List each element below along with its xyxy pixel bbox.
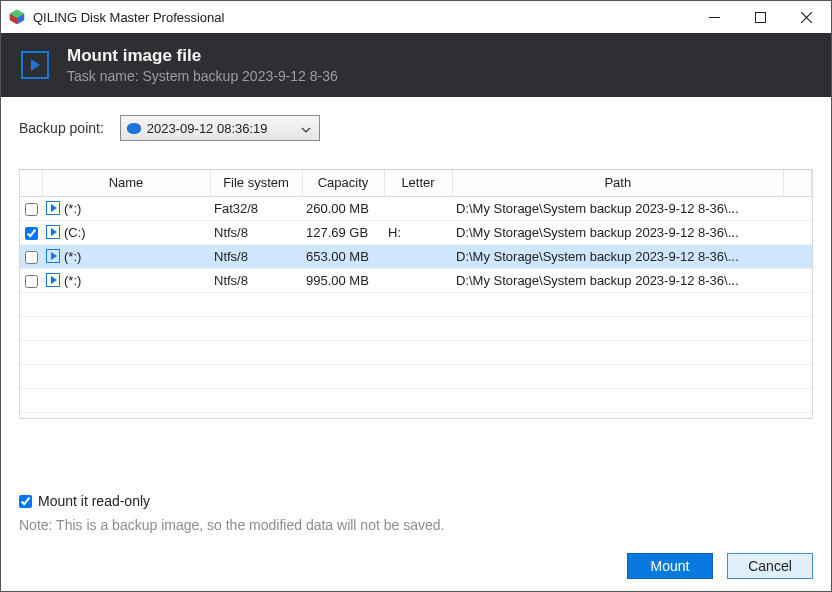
chevron-down-icon [297,121,315,136]
row-name: (*:) [64,249,81,264]
row-capacity: 260.00 MB [302,196,384,220]
row-checkbox[interactable] [25,203,38,216]
col-name[interactable]: Name [42,170,210,196]
volume-play-icon [46,225,60,239]
page-header: Mount image file Task name: System backu… [1,33,831,97]
close-button[interactable] [783,1,829,33]
row-fs: Ntfs/8 [210,268,302,292]
backup-point-dropdown[interactable]: 2023-09-12 08:36:19 [120,115,320,141]
row-letter [384,268,452,292]
app-icon [9,9,25,25]
titlebar: QILING Disk Master Professional [1,1,831,33]
mount-button[interactable]: Mount [627,553,713,579]
col-path[interactable]: Path [452,170,784,196]
table-row[interactable]: (*:)Fat32/8260.00 MBD:\My Storage\System… [20,196,812,220]
col-capacity[interactable]: Capacity [302,170,384,196]
table-row[interactable]: (*:)Ntfs/8995.00 MBD:\My Storage\System … [20,268,812,292]
readonly-checkbox[interactable] [19,495,32,508]
row-fs: Ntfs/8 [210,244,302,268]
svg-rect-5 [755,12,765,22]
page-title: Mount image file [67,46,338,66]
window-controls [691,1,829,33]
maximize-button[interactable] [737,1,783,33]
row-checkbox[interactable] [25,251,38,264]
row-path: D:\My Storage\System backup 2023-9-12 8-… [452,244,784,268]
page-subtitle: Task name: System backup 2023-9-12 8-36 [67,68,338,84]
row-capacity: 995.00 MB [302,268,384,292]
col-letter[interactable]: Letter [384,170,452,196]
col-check[interactable] [20,170,42,196]
backup-point-label: Backup point: [19,120,104,136]
row-name: (*:) [64,201,81,216]
col-tail [784,170,812,196]
readonly-label[interactable]: Mount it read-only [38,493,150,509]
row-path: D:\My Storage\System backup 2023-9-12 8-… [452,196,784,220]
disk-icon [127,123,141,134]
table-row[interactable]: (C:)Ntfs/8127.69 GBH:D:\My Storage\Syste… [20,220,812,244]
row-path: D:\My Storage\System backup 2023-9-12 8-… [452,220,784,244]
backup-point-selected: 2023-09-12 08:36:19 [147,121,291,136]
row-capacity: 653.00 MB [302,244,384,268]
cancel-button[interactable]: Cancel [727,553,813,579]
row-path: D:\My Storage\System backup 2023-9-12 8-… [452,268,784,292]
mount-icon [21,51,49,79]
volume-table: Name File system Capacity Letter Path (*… [19,169,813,419]
row-fs: Ntfs/8 [210,220,302,244]
col-fs[interactable]: File system [210,170,302,196]
note-text: Note: This is a backup image, so the mod… [19,517,813,533]
row-letter [384,196,452,220]
row-letter: H: [384,220,452,244]
row-checkbox[interactable] [25,227,38,240]
app-title: QILING Disk Master Professional [33,10,691,25]
volume-play-icon [46,273,60,287]
minimize-button[interactable] [691,1,737,33]
volume-play-icon [46,201,60,215]
row-capacity: 127.69 GB [302,220,384,244]
row-fs: Fat32/8 [210,196,302,220]
volume-play-icon [46,249,60,263]
table-header: Name File system Capacity Letter Path [20,170,812,196]
row-name: (*:) [64,273,81,288]
row-name: (C:) [64,225,86,240]
table-row[interactable]: (*:)Ntfs/8653.00 MBD:\My Storage\System … [20,244,812,268]
row-letter [384,244,452,268]
row-checkbox[interactable] [25,275,38,288]
